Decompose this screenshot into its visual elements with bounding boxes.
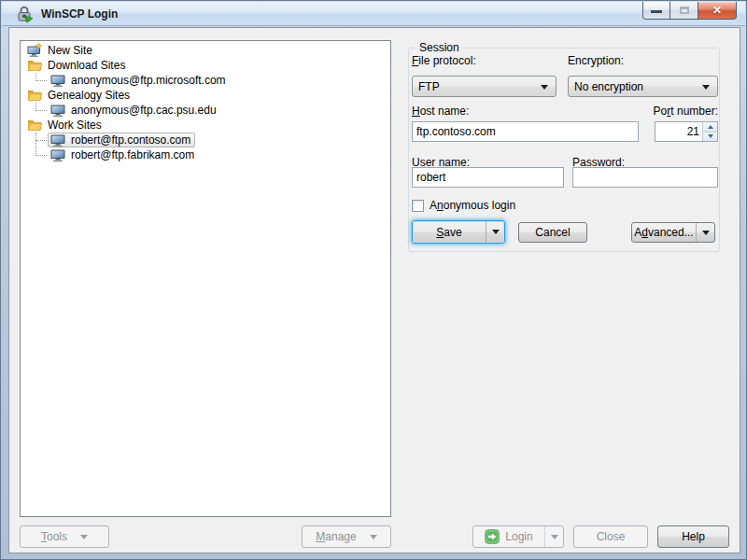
- login-button-label: Login: [505, 530, 532, 543]
- manage-button-label: Manage: [316, 530, 356, 543]
- window-title: WinSCP Login: [41, 2, 118, 26]
- tree-item-work-sites[interactable]: Work Sites: [21, 118, 390, 133]
- anonymous-login-checkbox[interactable]: [412, 200, 424, 212]
- tree-item-label: anonymous@ftp.microsoft.com: [71, 74, 226, 87]
- anonymous-login-label: Anonymous login: [430, 199, 515, 212]
- file-protocol-value: FTP: [418, 80, 440, 93]
- dialog-client-area: New Site Download Sites anonymous@ftp.mi…: [8, 27, 740, 553]
- tree-item-ftp-fabrikam[interactable]: robert@ftp.fabrikam.com: [21, 147, 390, 162]
- tree-item-label: robert@ftp.contoso.com: [71, 133, 190, 147]
- encryption-select[interactable]: No encryption: [568, 76, 718, 97]
- winscp-login-window: WinSCP Login ✕ New Site Download Sites a…: [0, 0, 747, 560]
- open-folder-icon: [27, 58, 42, 73]
- spin-up-icon: [708, 125, 713, 129]
- advanced-button-label: Advanced...: [632, 223, 696, 242]
- site-tree[interactable]: New Site Download Sites anonymous@ftp.mi…: [20, 40, 391, 517]
- tree-item-label: New Site: [48, 44, 92, 57]
- host-name-label: Host name:: [412, 105, 469, 118]
- tree-item-download-sites[interactable]: Download Sites: [21, 58, 390, 73]
- tools-button-label: Tools: [41, 530, 67, 543]
- port-number-label: Port number:: [625, 105, 718, 118]
- tree-item-label: robert@ftp.fabrikam.com: [71, 148, 194, 161]
- advanced-dropdown-button[interactable]: [696, 223, 714, 242]
- close-window-button[interactable]: ✕: [698, 2, 737, 20]
- encryption-label: Encryption:: [568, 54, 624, 67]
- titlebar[interactable]: WinSCP Login ✕: [2, 2, 745, 26]
- tree-item-ftp-psu[interactable]: anonymous@ftp.cac.psu.edu: [21, 103, 390, 118]
- tree-branch-line: [35, 73, 48, 88]
- advanced-button[interactable]: Advanced...: [631, 222, 715, 243]
- chevron-down-icon: [80, 535, 88, 539]
- tree-item-ftp-microsoft[interactable]: anonymous@ftp.microsoft.com: [21, 73, 390, 88]
- computer-icon: [50, 147, 65, 162]
- tree-branch-line: [35, 133, 48, 147]
- maximize-button: [670, 2, 698, 20]
- chevron-down-icon: [702, 85, 710, 90]
- computer-icon: [50, 73, 65, 88]
- port-number-stepper: [655, 121, 718, 142]
- tree-item-label: Genealogy Sites: [48, 89, 130, 102]
- help-button-label: Help: [682, 530, 705, 543]
- winscp-app-icon: [15, 5, 34, 23]
- session-group-label: Session: [416, 41, 463, 54]
- login-arrow-icon: [485, 529, 500, 544]
- login-dropdown-button[interactable]: [544, 526, 563, 547]
- port-spin-up-button[interactable]: [703, 122, 717, 133]
- close-button[interactable]: Close: [573, 525, 648, 548]
- tree-branch-line: [35, 147, 48, 162]
- computer-new-icon: [27, 43, 42, 58]
- tree-item-ftp-contoso-selected[interactable]: robert@ftp.contoso.com: [21, 133, 390, 147]
- user-name-input[interactable]: [412, 167, 564, 188]
- computer-icon: [50, 133, 65, 147]
- help-button[interactable]: Help: [657, 525, 729, 548]
- spin-down-icon: [708, 134, 713, 138]
- maximize-icon: [680, 7, 689, 14]
- password-input[interactable]: [572, 167, 718, 188]
- save-button-label: Save: [413, 221, 486, 243]
- port-spin-down-button[interactable]: [703, 133, 717, 142]
- cancel-button[interactable]: Cancel: [518, 222, 587, 243]
- tree-branch-line: [35, 103, 48, 118]
- save-button[interactable]: Save: [412, 220, 505, 244]
- tree-item-label: Download Sites: [48, 59, 125, 72]
- file-protocol-label: File protocol:: [412, 54, 476, 67]
- close-button-label: Close: [597, 530, 626, 543]
- port-number-input[interactable]: [655, 122, 702, 141]
- tree-item-label: Work Sites: [48, 119, 102, 132]
- open-folder-icon: [27, 118, 42, 133]
- chevron-down-icon: [551, 535, 558, 539]
- minimize-button[interactable]: [642, 2, 670, 20]
- tree-item-new-site[interactable]: New Site: [21, 43, 390, 58]
- tools-button[interactable]: Tools: [20, 525, 109, 548]
- tree-item-label: anonymous@ftp.cac.psu.edu: [71, 104, 217, 117]
- login-button-content: Login: [473, 526, 544, 547]
- chevron-down-icon: [702, 231, 710, 235]
- host-name-input[interactable]: [412, 121, 639, 142]
- login-button[interactable]: Login: [472, 525, 564, 548]
- chevron-down-icon: [541, 85, 548, 90]
- minimize-icon: [651, 10, 662, 13]
- caption-buttons: ✕: [642, 2, 737, 20]
- manage-button[interactable]: Manage: [302, 525, 391, 548]
- computer-icon: [50, 103, 65, 118]
- tree-item-genealogy-sites[interactable]: Genealogy Sites: [21, 88, 390, 103]
- save-dropdown-button[interactable]: [486, 221, 504, 243]
- file-protocol-select[interactable]: FTP: [412, 76, 557, 97]
- encryption-value: No encryption: [574, 80, 643, 93]
- cancel-button-label: Cancel: [535, 226, 570, 239]
- open-folder-icon: [27, 88, 42, 103]
- chevron-down-icon: [370, 535, 377, 539]
- close-icon: ✕: [712, 5, 722, 16]
- chevron-down-icon: [492, 230, 500, 234]
